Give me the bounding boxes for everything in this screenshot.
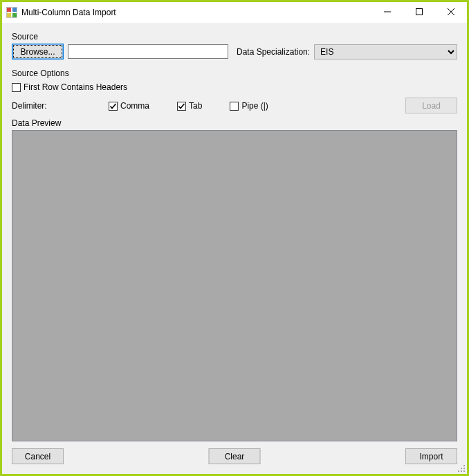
client-area: Source Browse... Data Specialization: EI… — [2, 23, 467, 474]
delimiter-comma-checkbox[interactable] — [109, 102, 118, 111]
data-specialization-select[interactable]: EIS — [314, 44, 457, 60]
data-preview-group: Data Preview — [12, 125, 457, 441]
window-title: Multi-Column Data Import — [21, 8, 116, 17]
cancel-button[interactable]: Cancel — [12, 448, 64, 464]
data-specialization-label: Data Specialization: — [237, 47, 310, 57]
delimiter-label: Delimiter: — [12, 101, 109, 111]
source-group: Source Browse... Data Specialization: EI… — [12, 38, 457, 60]
delimiter-pipe-checkbox[interactable] — [230, 102, 239, 111]
svg-rect-1 — [12, 8, 17, 12]
delimiter-tab-label: Tab — [189, 101, 202, 111]
import-button[interactable]: Import — [405, 448, 457, 464]
svg-rect-6 — [416, 9, 423, 15]
resize-grip-icon[interactable] — [456, 463, 466, 473]
delimiter-comma-label: Comma — [120, 101, 149, 111]
browse-button[interactable]: Browse... — [12, 44, 64, 60]
first-row-headers-label: First Row Contains Headers — [24, 82, 127, 92]
app-icon — [6, 7, 17, 18]
source-options-group-label: Source Options — [12, 68, 71, 78]
source-group-label: Source — [12, 32, 39, 42]
first-row-headers-checkbox[interactable] — [12, 83, 21, 92]
svg-rect-2 — [7, 13, 11, 17]
data-preview-area[interactable] — [12, 130, 457, 441]
source-path-input[interactable] — [68, 44, 228, 59]
minimize-button[interactable] — [371, 2, 403, 21]
clear-button[interactable]: Clear — [209, 448, 261, 464]
source-options-group: Source Options First Row Contains Header… — [12, 75, 457, 113]
dialog-footer: Cancel Clear Import — [12, 448, 457, 464]
data-preview-group-label: Data Preview — [12, 118, 62, 128]
delimiter-tab-checkbox[interactable] — [177, 102, 186, 111]
delimiter-pipe-label: Pipe (|) — [241, 101, 268, 111]
window-frame: Multi-Column Data Import Source Browse..… — [0, 0, 469, 476]
maximize-button[interactable] — [403, 2, 435, 21]
load-button: Load — [405, 98, 457, 113]
svg-rect-3 — [12, 13, 17, 17]
title-bar: Multi-Column Data Import — [2, 2, 467, 23]
window-controls — [371, 2, 467, 21]
svg-rect-0 — [7, 8, 11, 12]
close-button[interactable] — [435, 2, 467, 21]
